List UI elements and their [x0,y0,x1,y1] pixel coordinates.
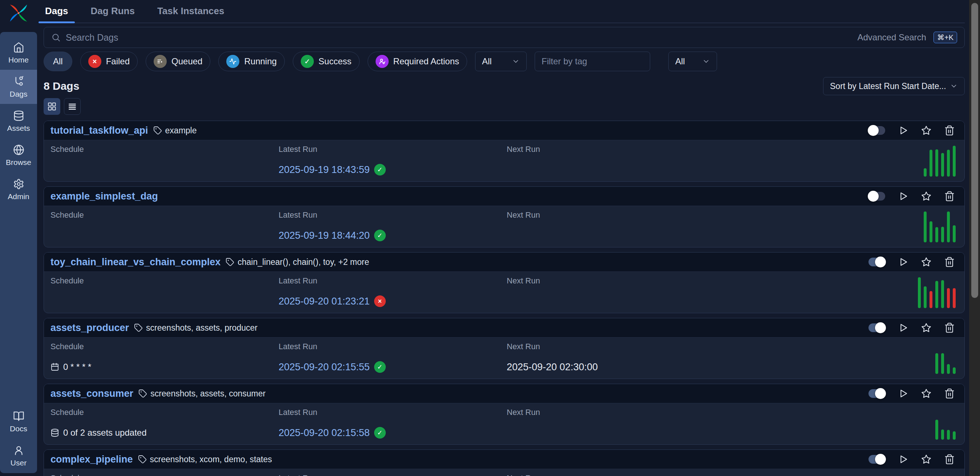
sidebar-item-label: Dags [10,90,27,99]
filter-chip-all[interactable]: All [44,52,72,71]
dag-pause-toggle[interactable] [869,389,885,398]
check-circle-icon: ✓ [301,55,314,68]
scrollbar-thumb[interactable] [971,3,978,298]
latest-run-column-label: Latest Run [278,473,317,476]
filter-chip-queued[interactable]: Queued [146,52,210,71]
trigger-dag-button[interactable] [897,191,908,202]
favorite-dag-button[interactable] [921,256,932,267]
delete-dag-button[interactable] [944,388,955,399]
recent-runs-bar-chart[interactable] [935,353,956,374]
favorite-dag-button[interactable] [921,322,932,333]
toggle-knob [868,125,879,136]
globe-icon [13,144,24,156]
schedule-column-label: Schedule [51,473,84,476]
sidebar-item-user[interactable]: User [0,439,37,473]
sidebar-item-label: Browse [6,158,31,167]
sidebar-item-browse[interactable]: Browse [0,138,37,172]
tab-dag-runs[interactable]: Dag Runs [89,5,136,22]
latest-run-link[interactable]: 2025-09-20 01:23:21 [278,296,370,307]
recent-runs-bar-chart[interactable] [918,277,956,308]
latest-run-link[interactable]: 2025-09-20 02:15:55 [278,361,370,373]
next-run-value [507,295,540,308]
dag-pause-toggle[interactable] [869,192,885,201]
dag-pause-toggle[interactable] [869,258,885,266]
sidebar-item-docs[interactable]: Docs [0,404,37,439]
sidebar-item-assets[interactable]: Assets [0,104,37,138]
keyboard-shortcut-badge: ⌘+K [934,32,957,43]
dag-name-link[interactable]: toy_chain_linear_vs_chain_complex [51,256,221,268]
dag-pause-toggle[interactable] [869,126,885,135]
trigger-dag-button[interactable] [897,388,908,399]
delete-dag-button[interactable] [944,256,955,267]
run-status-icon: ✓ [374,230,386,241]
tab-task-instances[interactable]: Task Instances [156,5,226,22]
trigger-dag-button[interactable] [897,322,908,333]
advanced-search-link[interactable]: Advanced Search [858,32,926,43]
favorite-dag-button[interactable] [921,454,932,465]
latest-run-link[interactable]: 2025-09-20 02:15:58 [278,427,370,439]
dag-card-header: complex_pipeline screenshots, xcom, demo… [44,450,964,469]
recent-runs-bar-chart[interactable] [924,212,956,242]
airflow-logo-icon[interactable] [8,3,29,23]
main-content: Dags Dag Runs Task Instances Advanced Se… [44,0,965,476]
trigger-dag-button[interactable] [897,125,908,136]
delete-dag-button[interactable] [944,322,955,333]
dag-actions [869,125,955,136]
dag-name-link[interactable]: example_simplest_dag [51,191,158,202]
dag-name-link[interactable]: assets_producer [51,322,129,334]
recent-runs-bar-chart[interactable] [924,146,956,177]
dag-count-heading: 8 Dags [44,80,79,92]
sidebar-item-dags[interactable]: Dags [0,70,37,104]
card-view-button[interactable] [44,98,60,115]
schedule-value: 0 * * * * [63,362,91,372]
delete-dag-button[interactable] [944,125,955,136]
chip-label: Required Actions [393,56,459,67]
tab-dags[interactable]: Dags [44,5,70,22]
sort-dropdown[interactable]: Sort by Latest Run Start Date... [823,77,965,95]
favorite-dag-button[interactable] [921,191,932,202]
next-run-value [507,426,540,440]
favorite-dag-button[interactable] [921,388,932,399]
favorite-dag-button[interactable] [921,125,932,136]
book-icon [13,411,24,422]
dag-card: example_simplest_dag Schedule [44,186,965,247]
state-filter-dropdown[interactable]: All [475,52,527,71]
dag-pause-toggle[interactable] [869,323,885,332]
delete-dag-button[interactable] [944,454,955,465]
delete-dag-button[interactable] [944,191,955,202]
home-icon [13,42,24,53]
filter-chip-failed[interactable]: × Failed [80,52,138,71]
filter-chip-required-actions[interactable]: Required Actions [368,52,467,71]
dag-tags: example [153,126,197,135]
schedule-column-label: Schedule [51,210,84,220]
scrollbar-track[interactable] [969,0,980,476]
dag-actions [869,256,955,267]
next-run-column-label: Next Run [507,210,540,220]
filter-chip-running[interactable]: Running [218,52,285,71]
latest-run-link[interactable]: 2025-09-19 18:44:20 [278,230,370,241]
sidebar-item-label: User [11,458,27,467]
sidebar-nav: Home Dags Assets Browse Admin Docs User [0,32,37,473]
search-input[interactable] [66,32,853,43]
tag-filter-input[interactable] [535,52,650,71]
table-view-button[interactable] [64,98,81,115]
recent-runs-bar-chart[interactable] [935,420,956,440]
dag-card-header: assets_consumer screenshots, assets, con… [44,384,964,403]
dag-name-link[interactable]: complex_pipeline [51,454,133,465]
filter-chip-success[interactable]: ✓ Success [293,52,360,71]
dag-tags: screenshots, assets, consumer [138,389,266,399]
next-run-column-label: Next Run [507,473,540,476]
sidebar-item-home[interactable]: Home [0,36,37,70]
dag-name-link[interactable]: tutorial_taskflow_api [51,125,148,136]
sidebar-item-admin[interactable]: Admin [0,172,37,206]
run-status-icon: ✓ [374,427,386,439]
schedule-column-label: Schedule [51,145,84,154]
trigger-dag-button[interactable] [897,256,908,267]
dag-tag-list: screenshots, assets, consumer [150,389,266,399]
trigger-dag-button[interactable] [897,454,908,465]
latest-run-link[interactable]: 2025-09-19 18:43:59 [278,164,370,175]
dag-name-link[interactable]: assets_consumer [51,388,133,400]
favorite-filter-dropdown[interactable]: All [668,52,717,71]
sidebar-item-label: Assets [7,124,30,133]
dag-pause-toggle[interactable] [869,455,885,464]
